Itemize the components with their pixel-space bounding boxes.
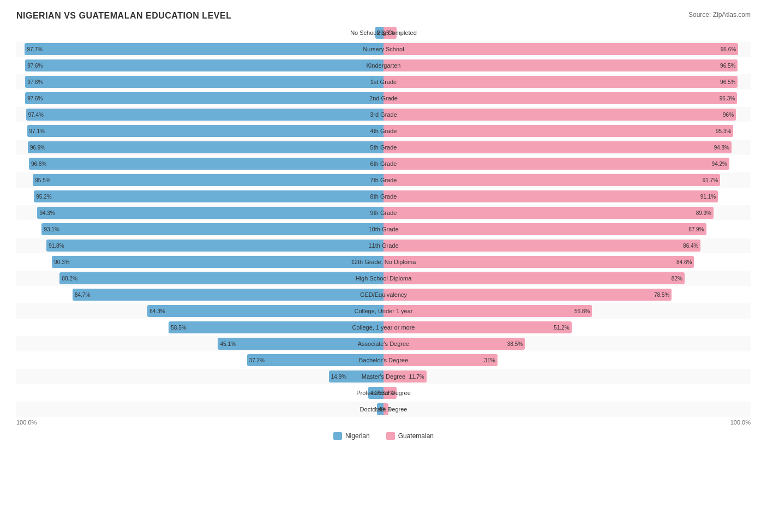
guatemalan-value: 91.1% bbox=[700, 194, 716, 200]
table-row: 14.9%11.7%Master's Degree bbox=[16, 369, 751, 384]
nigerian-value: 14.9% bbox=[331, 374, 346, 380]
nigerian-bar: 95.5% bbox=[33, 174, 384, 186]
guatemalan-label: Guatemalan bbox=[398, 432, 434, 440]
chart-area: 2.3%3.5%No Schooling Completed97.7%96.6%… bbox=[16, 25, 751, 426]
guatemalan-value: 96.3% bbox=[720, 95, 735, 101]
chart-title: NIGERIAN VS GUATEMALAN EDUCATION LEVEL bbox=[16, 11, 751, 21]
row-label: 7th Grade bbox=[370, 177, 397, 183]
nigerian-bar: 97.7% bbox=[25, 43, 384, 55]
guatemalan-bar: 84.6% bbox=[384, 256, 694, 268]
guatemalan-bar: 96.6% bbox=[384, 43, 738, 55]
guatemalan-bar: 94.8% bbox=[384, 141, 732, 153]
table-row: 88.2%82%High School Diploma bbox=[16, 271, 751, 286]
guatemalan-value: 96.5% bbox=[720, 63, 735, 69]
guatemalan-value: 56.8% bbox=[574, 308, 590, 314]
guatemalan-bar: 78.5% bbox=[384, 289, 672, 301]
guatemalan-bar: 56.8% bbox=[384, 305, 592, 317]
guatemalan-bar: 96% bbox=[384, 109, 736, 121]
nigerian-bar: 97.6% bbox=[25, 59, 384, 71]
legend: Nigerian Guatemalan bbox=[16, 432, 751, 440]
row-label: 3rd Grade bbox=[370, 111, 397, 118]
table-row: 90.3%84.6%12th Grade, No Diploma bbox=[16, 254, 751, 270]
nigerian-bar: 96.9% bbox=[28, 141, 384, 153]
table-row: 97.6%96.5%Kindergarten bbox=[16, 58, 751, 73]
axis-right-label: 100.0% bbox=[730, 419, 751, 426]
guatemalan-value: 96.6% bbox=[721, 46, 736, 52]
guatemalan-bar: 82% bbox=[384, 272, 685, 284]
legend-nigerian: Nigerian bbox=[333, 432, 370, 440]
table-row: 94.3%89.9%9th Grade bbox=[16, 205, 751, 220]
nigerian-value: 84.7% bbox=[75, 292, 90, 298]
axis-labels: 100.0% 100.0% bbox=[16, 419, 751, 426]
guatemalan-value: 82% bbox=[672, 276, 682, 282]
row-label: 4th Grade bbox=[370, 128, 397, 134]
guatemalan-bar: 87.9% bbox=[384, 223, 706, 235]
table-row: 97.7%96.6%Nursery School bbox=[16, 41, 751, 57]
nigerian-value: 97.4% bbox=[28, 112, 44, 118]
guatemalan-value: 51.2% bbox=[554, 325, 569, 331]
guatemalan-bar: 96.5% bbox=[384, 76, 738, 88]
row-label: 9th Grade bbox=[370, 210, 397, 216]
nigerian-value: 37.2% bbox=[249, 357, 265, 363]
table-row: 96.6%94.2%6th Grade bbox=[16, 156, 751, 171]
guatemalan-value: 95.3% bbox=[716, 128, 731, 134]
table-row: 45.1%38.5%Associate's Degree bbox=[16, 336, 751, 351]
table-row: 97.6%96.5%1st Grade bbox=[16, 74, 751, 89]
nigerian-bar: 94.3% bbox=[37, 207, 384, 219]
table-row: 96.9%94.8%5th Grade bbox=[16, 140, 751, 155]
guatemalan-value: 89.9% bbox=[696, 210, 711, 216]
row-label: College, Under 1 year bbox=[354, 308, 412, 314]
guatemalan-value: 11.7% bbox=[409, 374, 424, 380]
row-label: Doctorate Degree bbox=[360, 406, 408, 413]
nigerian-value: 95.2% bbox=[36, 194, 51, 200]
row-label: GED/Equivalency bbox=[360, 291, 407, 298]
chart-container: NIGERIAN VS GUATEMALAN EDUCATION LEVEL S… bbox=[0, 0, 767, 462]
table-row: 93.1%87.9%10th Grade bbox=[16, 222, 751, 237]
row-label: Professional Degree bbox=[356, 390, 411, 396]
nigerian-value: 91.8% bbox=[49, 243, 64, 249]
source-label: Source: ZipAtlas.com bbox=[688, 11, 751, 19]
table-row: 95.2%91.1%8th Grade bbox=[16, 189, 751, 204]
row-label: 5th Grade bbox=[370, 144, 397, 151]
guatemalan-value: 94.2% bbox=[712, 161, 727, 167]
nigerian-swatch bbox=[333, 432, 342, 440]
nigerian-value: 97.6% bbox=[27, 79, 43, 85]
row-label: Nursery School bbox=[363, 46, 404, 52]
guatemalan-value: 78.5% bbox=[654, 292, 669, 298]
row-label: College, 1 year or more bbox=[352, 324, 415, 331]
table-row: 97.4%96%3rd Grade bbox=[16, 107, 751, 122]
nigerian-bar: 58.5% bbox=[169, 321, 384, 333]
guatemalan-bar: 96.3% bbox=[384, 92, 737, 104]
guatemalan-value: 84.6% bbox=[676, 259, 692, 265]
guatemalan-value: 86.4% bbox=[683, 243, 698, 249]
nigerian-bar: 84.7% bbox=[73, 289, 384, 301]
nigerian-value: 97.7% bbox=[27, 46, 42, 52]
nigerian-value: 88.2% bbox=[62, 276, 77, 282]
guatemalan-bar: 94.2% bbox=[384, 158, 729, 170]
guatemalan-bar: 89.9% bbox=[384, 207, 714, 219]
row-label: Associate's Degree bbox=[358, 340, 409, 347]
nigerian-bar: 90.3% bbox=[52, 256, 384, 268]
row-label: Kindergarten bbox=[367, 62, 401, 69]
guatemalan-value: 96.5% bbox=[720, 79, 735, 85]
nigerian-value: 90.3% bbox=[54, 259, 69, 265]
guatemalan-bar: 91.7% bbox=[384, 174, 720, 186]
row-label: Bachelor's Degree bbox=[359, 357, 408, 363]
guatemalan-bar: 91.1% bbox=[384, 190, 718, 202]
table-row: 2.3%3.5%No Schooling Completed bbox=[16, 25, 751, 40]
table-row: 84.7%78.5%GED/Equivalency bbox=[16, 287, 751, 302]
nigerian-value: 95.5% bbox=[35, 177, 50, 183]
guatemalan-value: 94.8% bbox=[714, 145, 729, 151]
guatemalan-value: 31% bbox=[484, 357, 495, 363]
nigerian-value: 93.1% bbox=[44, 226, 59, 232]
table-row: 58.5%51.2%College, 1 year or more bbox=[16, 320, 751, 335]
nigerian-value: 97.6% bbox=[27, 95, 43, 101]
nigerian-value: 64.3% bbox=[149, 308, 165, 314]
table-row: 1.8%1.4%Doctorate Degree bbox=[16, 402, 751, 417]
nigerian-bar: 97.1% bbox=[27, 125, 384, 137]
nigerian-value: 97.1% bbox=[29, 128, 45, 134]
row-label: 8th Grade bbox=[370, 193, 397, 200]
guatemalan-bar: 86.4% bbox=[384, 240, 700, 252]
nigerian-value: 97.6% bbox=[27, 63, 43, 69]
guatemalan-bar: 96.5% bbox=[384, 59, 738, 71]
